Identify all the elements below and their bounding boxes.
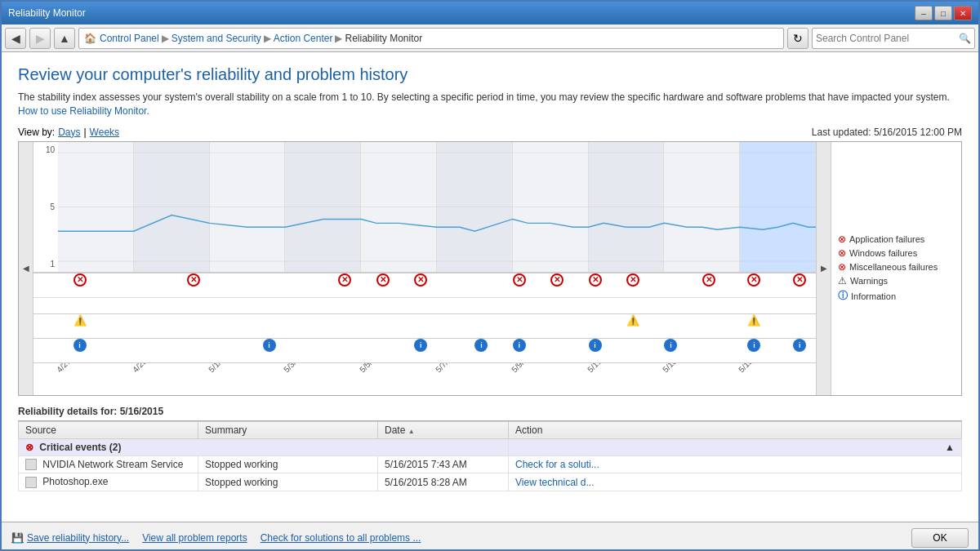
error-icon: ✕: [376, 273, 390, 287]
date-label: 5/1/2015: [207, 362, 235, 374]
date-label: 5/15/2015: [737, 362, 768, 374]
date-label: 5/13/2015: [662, 362, 693, 374]
info-icon: i: [664, 339, 677, 352]
error-icon: ✕: [187, 273, 200, 287]
all-reports-link[interactable]: View all problem reports: [142, 532, 247, 544]
action-link-2[interactable]: View technical d...: [515, 477, 595, 488]
check-solutions-link[interactable]: Check for solutions to all problems ...: [261, 532, 421, 544]
col-date[interactable]: Date ▲: [378, 421, 509, 438]
app-icon-2: [25, 477, 37, 488]
warnings-row: ⚠️ ⚠️ ⚠️: [33, 313, 816, 338]
col-summary[interactable]: Summary: [198, 421, 378, 438]
error-icon: ✕: [513, 273, 526, 287]
warning-icon: ⚠️: [747, 314, 760, 327]
info-icon: i: [414, 339, 427, 352]
app-failures-row: ✕ ✕ ✕ ✕ ✕ ✕ ✕ ✕ ✕ ✕ ✕ ✕: [33, 273, 816, 297]
breadcrumb: 🏠 Control Panel ▶ System and Security ▶ …: [78, 28, 784, 49]
chart-legend: ⊗ Application failures ⊗ Windows failure…: [831, 142, 961, 395]
help-link[interactable]: How to use Reliability Monitor.: [18, 105, 149, 117]
info-icon: i: [474, 339, 488, 352]
collapse-icon: ▲: [945, 442, 955, 453]
info-icon: i: [589, 339, 602, 352]
view-by-bar: View by: Days | Weeks Last updated: 5/16…: [18, 127, 962, 138]
window-title: Reliability Monitor: [8, 7, 86, 19]
stability-line: [58, 142, 816, 272]
error-icon: ✕: [793, 273, 806, 287]
legend-info-icon: ⓘ: [838, 289, 848, 303]
legend-misc-failures: ⊗ Miscellaneous failures: [838, 261, 955, 273]
maximize-button[interactable]: □: [934, 6, 952, 20]
details-header: Reliability details for: 5/16/2015: [18, 402, 962, 421]
bottom-bar: 💾 Save reliability history... View all p…: [2, 522, 978, 551]
info-icon: i: [263, 339, 276, 352]
info-row: i i i i i i i i i: [33, 338, 816, 362]
days-link[interactable]: Days: [58, 127, 80, 138]
bottom-links: 💾 Save reliability history... View all p…: [11, 532, 421, 544]
chart-area: 10 5 1: [33, 142, 816, 395]
error-icon: ✕: [74, 273, 87, 287]
table-row[interactable]: Photoshop.exe Stopped working 5/16/2015 …: [19, 473, 962, 491]
legend-error-icon-3: ⊗: [838, 261, 846, 273]
warning-icon: ⚠️: [626, 314, 639, 327]
error-icon: ✕: [589, 273, 602, 287]
col-source[interactable]: Source: [19, 421, 198, 438]
legend-warnings: ⚠ Warnings: [838, 275, 955, 287]
error-icon: ✕: [626, 273, 639, 287]
info-icon: i: [74, 339, 87, 352]
save-icon: 💾: [11, 532, 24, 544]
date-label: 5/3/2015: [283, 362, 311, 374]
up-button[interactable]: ▲: [54, 28, 75, 49]
windows-failures-row: [33, 297, 816, 313]
search-icon: 🔍: [959, 33, 971, 44]
legend-error-icon: ⊗: [838, 233, 846, 245]
breadcrumb-system-security[interactable]: System and Security: [172, 33, 261, 44]
details-table: Source Summary Date ▲ Action ⊗ Critical …: [18, 421, 962, 492]
last-updated: Last updated: 5/16/2015 12:00 PM: [812, 127, 962, 138]
window-controls: – □ ✕: [915, 6, 972, 20]
date-label: 4/29/2015: [131, 362, 163, 374]
legend-windows-failures: ⊗ Windows failures: [838, 247, 955, 259]
legend-information: ⓘ Information: [838, 289, 955, 303]
col-action[interactable]: Action: [509, 421, 962, 438]
section-header-critical[interactable]: ⊗ Critical events (2) ▲: [19, 438, 962, 455]
info-icon: i: [513, 339, 526, 352]
table-row[interactable]: NVIDIA Network Stream Service Stopped wo…: [19, 455, 962, 473]
breadcrumb-reliability-monitor: Reliability Monitor: [345, 33, 422, 44]
breadcrumb-action-center[interactable]: Action Center: [274, 33, 333, 44]
page-title: Review your computer's reliability and p…: [18, 65, 962, 84]
chart-right-arrow[interactable]: ▶: [816, 142, 831, 395]
forward-button[interactable]: ▶: [29, 28, 51, 49]
breadcrumb-control-panel[interactable]: Control Panel: [100, 33, 159, 44]
weeks-link[interactable]: Weeks: [90, 127, 119, 138]
legend-app-failures: ⊗ Application failures: [838, 233, 955, 245]
reliability-chart: ◀ 10 5 1: [18, 141, 962, 396]
legend-error-icon-2: ⊗: [838, 247, 846, 259]
close-button[interactable]: ✕: [954, 6, 972, 20]
save-history-link[interactable]: 💾 Save reliability history...: [11, 532, 129, 544]
back-button[interactable]: ◀: [5, 28, 26, 49]
main-content: Review your computer's reliability and p…: [2, 52, 978, 522]
chart-left-arrow[interactable]: ◀: [19, 142, 33, 395]
address-bar: ◀ ▶ ▲ 🏠 Control Panel ▶ System and Secur…: [2, 24, 978, 52]
error-icon: ✕: [550, 273, 564, 287]
error-icon: ✕: [702, 273, 715, 287]
action-link-1[interactable]: Check for a soluti...: [515, 459, 599, 470]
info-icon: i: [793, 339, 806, 352]
warning-icon: ⚠️: [74, 314, 87, 327]
dates-row: 4/27/2015 4/29/2015 5/1/2015 5/3/2015 5/…: [33, 362, 816, 395]
ok-button[interactable]: OK: [911, 528, 969, 548]
date-label: 5/7/2015: [434, 362, 462, 374]
info-icon: i: [747, 339, 760, 352]
minimize-button[interactable]: –: [915, 6, 933, 20]
stability-graph: 10 5 1: [33, 142, 816, 273]
date-label: 5/11/2015: [586, 362, 617, 374]
refresh-button[interactable]: ↻: [787, 28, 808, 49]
search-box: 🔍: [812, 28, 975, 49]
y-axis: 10 5 1: [33, 142, 58, 272]
description: The stability index assesses your system…: [18, 91, 962, 118]
title-bar: Reliability Monitor – □ ✕: [2, 2, 978, 24]
date-label: 5/5/2015: [358, 362, 386, 374]
app-icon: [25, 459, 37, 470]
search-input[interactable]: [816, 33, 956, 44]
date-label: 5/9/2015: [510, 362, 538, 374]
